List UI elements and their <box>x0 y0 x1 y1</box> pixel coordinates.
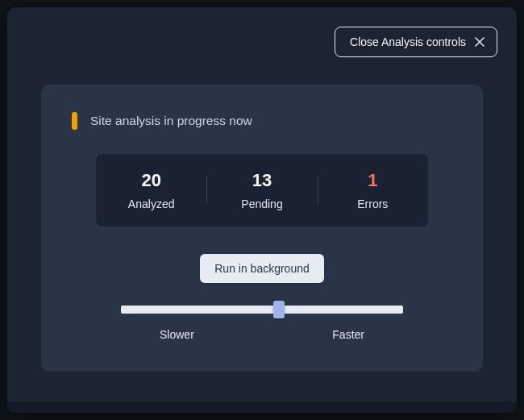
analysis-panel: Site analysis in progress now 20 Analyze… <box>41 85 483 372</box>
status-indicator-icon <box>72 112 77 130</box>
actions: Run in background Slower Faster <box>72 254 452 341</box>
stats-box: 20 Analyzed 13 Pending 1 Errors <box>96 154 428 227</box>
stat-label: Errors <box>318 198 428 210</box>
status-row: Site analysis in progress now <box>72 112 452 130</box>
stat-label: Analyzed <box>96 198 206 210</box>
stat-value: 20 <box>96 170 206 191</box>
slider-labels: Slower Faster <box>121 328 403 341</box>
stat-value: 1 <box>318 170 428 191</box>
stat-label: Pending <box>206 198 317 210</box>
stat-errors: 1 Errors <box>318 170 428 210</box>
stat-pending: 13 Pending <box>206 170 317 210</box>
speed-slider[interactable] <box>121 306 403 314</box>
slider-track <box>121 306 403 314</box>
close-button-label: Close Analysis controls <box>350 35 466 48</box>
slider-thumb[interactable] <box>273 301 285 318</box>
status-text: Site analysis in progress now <box>90 114 252 128</box>
stat-analyzed: 20 Analyzed <box>96 170 206 210</box>
analysis-controls-window: Close Analysis controls Site analysis in… <box>7 7 517 413</box>
slider-label-slow: Slower <box>160 328 194 341</box>
slider-label-fast: Faster <box>332 328 364 341</box>
close-analysis-controls-button[interactable]: Close Analysis controls <box>335 27 497 57</box>
stat-value: 13 <box>206 170 317 191</box>
bottom-strip <box>7 401 517 413</box>
run-in-background-button[interactable]: Run in background <box>200 254 324 283</box>
topbar: Close Analysis controls <box>7 7 517 70</box>
close-icon <box>474 36 485 48</box>
